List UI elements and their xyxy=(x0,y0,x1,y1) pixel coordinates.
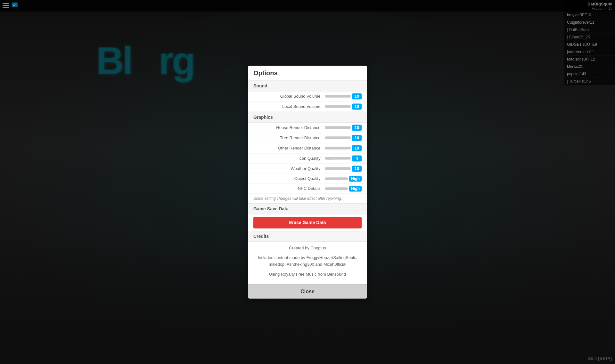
credits-line2: Includes content made by FroggyHopz, iiS… xyxy=(253,255,362,268)
icon-quality-row: Icon Quality: 4 xyxy=(248,153,367,164)
icon-quality-value: 4 xyxy=(352,155,362,161)
weather-quality-control[interactable]: 10 xyxy=(325,166,362,172)
local-sound-label: Local Sound Volume: xyxy=(253,104,325,109)
credits-section-header: Credits xyxy=(248,231,367,242)
object-quality-row: Object Quality: High xyxy=(248,174,367,184)
global-sound-row: Global Sound Volume: 10 xyxy=(248,91,367,101)
other-render-slider[interactable] xyxy=(325,147,351,149)
house-render-control[interactable]: 10 xyxy=(325,125,362,131)
icon-quality-label: Icon Quality: xyxy=(253,156,325,161)
global-sound-slider[interactable] xyxy=(325,95,351,97)
other-render-row: Other Render Distance: 10 xyxy=(248,143,367,153)
dialog-scrollable[interactable]: Sound Global Sound Volume: 10 Local Soun… xyxy=(248,80,367,284)
icon-quality-slider[interactable] xyxy=(325,157,351,159)
other-render-label: Other Render Distance: xyxy=(253,146,325,150)
object-quality-value: High xyxy=(349,176,362,182)
other-render-value: 10 xyxy=(352,145,362,151)
weather-quality-label: Weather Quality: xyxy=(253,166,325,171)
local-sound-control[interactable]: 10 xyxy=(325,103,362,109)
notice-text: Some setting changes will take effect af… xyxy=(248,194,367,203)
global-sound-control[interactable]: 10 xyxy=(325,93,362,99)
object-quality-slider[interactable] xyxy=(325,177,348,180)
dialog-title: Options xyxy=(248,66,367,80)
object-quality-label: Object Quality: xyxy=(253,176,325,181)
npc-details-control[interactable]: High xyxy=(325,186,362,191)
weather-quality-slider[interactable] xyxy=(325,167,351,170)
global-sound-label: Global Sound Volume: xyxy=(253,94,325,99)
weather-quality-value: 10 xyxy=(352,166,362,172)
credits-content: Created by Coeptus Includes content made… xyxy=(248,242,367,284)
house-render-slider[interactable] xyxy=(325,126,351,129)
npc-details-value: High xyxy=(349,186,362,191)
global-sound-value: 10 xyxy=(352,93,362,99)
npc-details-label: NPC Details: xyxy=(253,186,325,191)
local-sound-row: Local Sound Volume: 10 xyxy=(248,101,367,112)
tree-render-label: Tree Render Distance: xyxy=(253,135,325,140)
tree-render-row: Tree Render Distance: 10 xyxy=(248,133,367,143)
erase-game-data-button[interactable]: Erase Game Data xyxy=(253,217,362,228)
weather-quality-row: Weather Quality: 10 xyxy=(248,164,367,174)
house-render-label: House Render Distance: xyxy=(253,125,325,130)
npc-details-slider[interactable] xyxy=(325,187,348,190)
tree-render-slider[interactable] xyxy=(325,136,351,139)
icon-quality-control[interactable]: 4 xyxy=(325,155,362,161)
local-sound-slider[interactable] xyxy=(325,105,351,108)
credits-line3: Using Royalty Free Music from Bensound xyxy=(253,271,362,278)
sound-section-header: Sound xyxy=(248,80,367,91)
tree-render-control[interactable]: 10 xyxy=(325,135,362,141)
game-save-section-header: Game Save Data xyxy=(248,203,367,214)
tree-render-value: 10 xyxy=(352,135,362,141)
object-quality-control[interactable]: High xyxy=(325,176,362,182)
other-render-control[interactable]: 10 xyxy=(325,145,362,151)
house-render-value: 10 xyxy=(352,125,362,131)
npc-details-row: NPC Details: High xyxy=(248,184,367,194)
options-dialog: Options Sound Global Sound Volume: 10 Lo… xyxy=(248,66,367,298)
graphics-section-header: Graphics xyxy=(248,112,367,123)
house-render-row: House Render Distance: 10 xyxy=(248,123,367,133)
credits-line1: Created by Coeptus xyxy=(253,245,362,252)
local-sound-value: 10 xyxy=(352,103,362,109)
close-button[interactable]: Close xyxy=(248,284,367,298)
